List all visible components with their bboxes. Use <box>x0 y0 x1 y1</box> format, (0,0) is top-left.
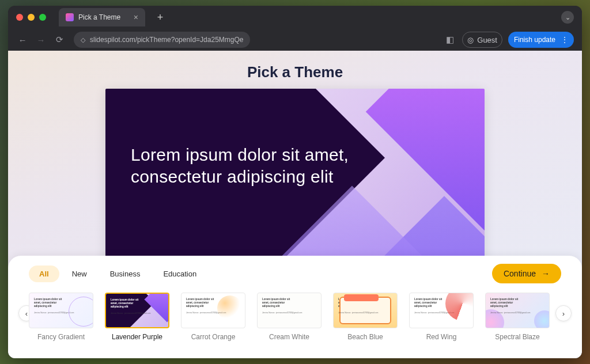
theme-card: Lorem ipsum dolor sit amet, consectetur … <box>29 293 93 328</box>
theme-carousel: ‹ Lorem ipsum dolor sit amet, consectetu… <box>29 293 561 341</box>
theme-label: Carrot Orange <box>191 333 236 341</box>
panel-top: AllNewBusinessEducation Continue → <box>29 264 561 283</box>
theme-card: Lorem ipsum dolor sit amet, consectetur … <box>181 293 245 328</box>
filter-education[interactable]: Education <box>153 266 207 282</box>
theme-thumb[interactable]: Lorem ipsum dolor sit amet, consectetur … <box>333 293 398 341</box>
continue-button[interactable]: Continue → <box>492 264 561 283</box>
arrow-right-icon: → <box>542 269 550 278</box>
more-icon[interactable]: ⋮ <box>561 36 568 44</box>
theme-thumb[interactable]: Lorem ipsum dolor sit amet, consectetur … <box>257 293 322 341</box>
filter-tabs: AllNewBusinessEducation <box>29 266 207 282</box>
profile-label: Guest <box>477 36 497 44</box>
site-info-icon[interactable]: ◇ <box>81 36 85 44</box>
maximize-window-button[interactable] <box>39 14 46 21</box>
close-window-button[interactable] <box>16 14 23 21</box>
url-text: slidespilot.com/pickTheme?openId=Jda25Mm… <box>90 36 243 44</box>
theme-label: Fancy Gradient <box>37 333 85 341</box>
profile-button[interactable]: ◎ Guest <box>462 32 502 48</box>
preview-heading: Lorem ipsum dolor sit amet, consectetur … <box>131 144 358 187</box>
theme-thumb[interactable]: Lorem ipsum dolor sit amet, consectetur … <box>409 293 474 341</box>
theme-card: Lorem ipsum dolor sit amet, consectetur … <box>105 293 169 328</box>
forward-button[interactable]: → <box>35 35 47 45</box>
preview-text: Lorem ipsum dolor sit amet, consectetur … <box>131 144 358 187</box>
finish-update-button[interactable]: Finish update ⋮ <box>508 32 574 48</box>
minimize-window-button[interactable] <box>28 14 35 21</box>
theme-card: Lorem ipsum dolor sit amet, consectetur … <box>485 293 550 328</box>
profile-icon: ◎ <box>467 36 474 44</box>
back-button[interactable]: ← <box>16 35 29 45</box>
close-tab-button[interactable]: × <box>134 13 138 21</box>
continue-label: Continue <box>504 269 536 278</box>
new-tab-button[interactable]: + <box>153 10 167 24</box>
browser-toolbar: ← → ⟳ ◇ slidespilot.com/pickTheme?openId… <box>8 29 582 51</box>
carousel-next-button[interactable]: › <box>555 305 572 321</box>
theme-label: Red Wing <box>426 333 457 341</box>
tab-title: Pick a Theme <box>78 13 120 21</box>
theme-thumb[interactable]: Lorem ipsum dolor sit amet, consectetur … <box>485 293 550 341</box>
theme-thumb[interactable]: Lorem ipsum dolor sit amet, consectetur … <box>181 293 245 341</box>
theme-thumbnails: Lorem ipsum dolor sit amet, consectetur … <box>29 293 561 341</box>
collapse-tabs-button[interactable]: ⌄ <box>561 11 574 24</box>
theme-thumb[interactable]: Lorem ipsum dolor sit amet, consectetur … <box>29 293 93 341</box>
page-content: Pick a Theme Lorem ipsum dolor sit amet,… <box>8 51 582 358</box>
theme-card: Lorem ipsum dolor sit amet, consectetur … <box>257 293 322 328</box>
theme-card: Lorem ipsum dolor sit amet, consectetur … <box>409 293 474 328</box>
filter-all[interactable]: All <box>29 266 59 282</box>
theme-panel: AllNewBusinessEducation Continue → ‹ Lor… <box>8 256 582 358</box>
theme-card: Lorem ipsum dolor sit amet, consectetur … <box>333 293 398 328</box>
page-title: Pick a Theme <box>8 51 582 81</box>
address-bar[interactable]: ◇ slidespilot.com/pickTheme?openId=Jda25… <box>74 32 250 48</box>
finish-update-label: Finish update <box>514 36 555 44</box>
titlebar: Pick a Theme × + ⌄ <box>8 6 582 29</box>
theme-label: Cream White <box>269 333 309 341</box>
filter-new[interactable]: New <box>62 266 97 282</box>
panel-toggle-icon[interactable]: ◧ <box>444 35 456 45</box>
window-controls <box>16 14 46 21</box>
filter-business[interactable]: Business <box>100 266 151 282</box>
theme-label: Beach Blue <box>347 333 383 341</box>
theme-thumb[interactable]: Lorem ipsum dolor sit amet, consectetur … <box>105 293 169 341</box>
theme-label: Lavender Purple <box>112 333 162 341</box>
favicon-icon <box>66 13 74 21</box>
reload-button[interactable]: ⟳ <box>53 35 66 45</box>
browser-window: Pick a Theme × + ⌄ ← → ⟳ ◇ slidespilot.c… <box>8 6 582 358</box>
theme-label: Spectral Blaze <box>495 333 539 341</box>
browser-tab[interactable]: Pick a Theme × <box>59 8 145 26</box>
